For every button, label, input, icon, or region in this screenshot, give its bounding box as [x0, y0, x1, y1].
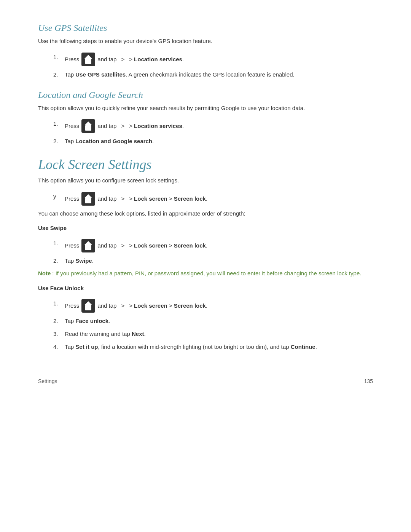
- use-gps-step-2: 2. Tap Use GPS satellites. A green check…: [53, 70, 373, 79]
- step-number: 2.: [53, 137, 65, 146]
- and-tap-label: and tap: [97, 241, 116, 250]
- step-content: Tap Face unlock.: [65, 316, 110, 326]
- face-unlock-step-1: 1. Press and tap > > Lock screen > Scree…: [53, 299, 373, 313]
- page-footer: Settings 135: [38, 374, 373, 384]
- press-label: Press: [65, 194, 79, 203]
- step-content: Tap Location and Google search.: [65, 137, 154, 146]
- face-unlock-step-3: 3. Read the warning and tap Next.: [53, 329, 373, 339]
- and-tap-label: and tap: [97, 55, 116, 64]
- home-icon: [81, 239, 95, 252]
- arrow2-icon: >: [129, 55, 132, 64]
- use-face-unlock-title: Use Face Unlock: [38, 285, 373, 291]
- location-services-label: Location services: [134, 123, 182, 129]
- home-icon: [81, 53, 95, 66]
- arrow-icon: >: [121, 194, 124, 203]
- step-number: 2.: [53, 70, 65, 79]
- use-swipe-steps: 1. Press and tap > > Lock screen > Scree…: [53, 239, 373, 265]
- step-content: Read the warning and tap Next.: [65, 329, 146, 339]
- arrow-icon: >: [121, 55, 124, 64]
- lock-screen-label: Lock screen: [134, 302, 167, 309]
- face-unlock-step-2: 2. Tap Face unlock.: [53, 316, 373, 326]
- step-content: Press and tap > > Lock screen > Screen l…: [65, 299, 207, 313]
- lock-screen-steps: y Press and tap > > Lock screen > Screen…: [53, 192, 373, 206]
- arrow2-icon: >: [129, 301, 132, 310]
- lock-screen-section: Lock Screen Settings This option allows …: [38, 157, 373, 351]
- step-content: Tap Swipe.: [65, 256, 94, 265]
- location-google-search-label: Location and Google search: [75, 138, 152, 144]
- arrow2-icon: >: [129, 194, 132, 203]
- step-content: Tap Use GPS satellites. A green checkmar…: [65, 70, 295, 79]
- home-icon: [81, 192, 95, 206]
- and-tap-label: and tap: [97, 121, 116, 131]
- location-google-title: Location and Google Search: [38, 90, 373, 100]
- lock-screen-step-y: y Press and tap > > Lock screen > Screen…: [53, 192, 373, 206]
- use-swipe-step-2: 2. Tap Swipe.: [53, 256, 373, 265]
- use-face-unlock-subsection: Use Face Unlock 1. Press and tap > > Loc…: [38, 285, 373, 351]
- screen-lock-label: Screen lock: [174, 242, 206, 249]
- step-number: 3.: [53, 329, 65, 339]
- step-content: Tap Set it up, find a location with mid-…: [65, 342, 317, 351]
- arrow-icon: >: [121, 241, 124, 250]
- location-google-step-1: 1. Press and tap > > Location services.: [53, 119, 373, 133]
- home-icon: [81, 119, 95, 133]
- use-gps-section: Use GPS Satellites Use the following ste…: [38, 23, 373, 79]
- step-content: Press and tap > > Location services.: [65, 119, 184, 133]
- location-google-step-2: 2. Tap Location and Google search.: [53, 137, 373, 146]
- step-content: Press and tap > > Lock screen > Screen l…: [65, 239, 207, 252]
- location-google-section: Location and Google Search This option a…: [38, 90, 373, 146]
- step-number: 1.: [53, 53, 65, 62]
- and-tap-label: and tap: [97, 194, 116, 203]
- press-label: Press: [65, 55, 79, 64]
- use-face-unlock-steps: 1. Press and tap > > Lock screen > Scree…: [53, 299, 373, 351]
- swipe-label: Swipe: [75, 257, 92, 264]
- use-gps-desc: Use the following steps to enable your d…: [38, 37, 373, 46]
- use-swipe-title: Use Swipe: [38, 225, 373, 231]
- face-unlock-label: Face unlock: [75, 318, 108, 324]
- screen-lock-label: Screen lock: [174, 195, 206, 202]
- press-label: Press: [65, 301, 79, 310]
- press-label: Press: [65, 121, 79, 131]
- location-services-label: Location services: [134, 56, 182, 62]
- arrow2-icon: >: [129, 241, 132, 250]
- lock-screen-label: Lock screen: [134, 242, 167, 249]
- step-number: 2.: [53, 256, 65, 265]
- footer-right: 135: [364, 378, 373, 384]
- use-gps-title: Use GPS Satellites: [38, 23, 373, 33]
- note-content: : If you previously had a pattern, PIN, …: [52, 269, 361, 278]
- lock-screen-label: Lock screen: [134, 195, 167, 202]
- use-swipe-step-1: 1. Press and tap > > Lock screen > Scree…: [53, 239, 373, 252]
- step-number: 1.: [53, 299, 65, 308]
- arrow-icon: >: [121, 301, 124, 310]
- step-number: 2.: [53, 316, 65, 326]
- use-gps-satellites-label: Use GPS satellites: [75, 71, 126, 78]
- step-content: Press and tap > > Location services.: [65, 53, 184, 66]
- note-label: Note: [38, 269, 51, 278]
- press-label: Press: [65, 241, 79, 250]
- continue-label: Continue: [291, 343, 315, 350]
- lock-screen-title: Lock Screen Settings: [38, 157, 373, 173]
- next-label: Next: [132, 331, 144, 337]
- lock-screen-desc: This option allows you to configure scre…: [38, 176, 373, 185]
- screen-lock-label: Screen lock: [174, 302, 206, 309]
- step-number: y: [53, 192, 65, 201]
- use-swipe-subsection: Use Swipe 1. Press and tap > > Lock scre…: [38, 225, 373, 278]
- note-text: Note : If you previously had a pattern, …: [38, 269, 373, 278]
- use-gps-steps: 1. Press and tap > > Location services. …: [53, 53, 373, 79]
- and-tap-label: and tap: [97, 301, 116, 310]
- step-number: 4.: [53, 342, 65, 351]
- lock-screen-after-text: You can choose among these lock options,…: [38, 209, 373, 218]
- footer-left: Settings: [38, 378, 57, 384]
- step-number: 1.: [53, 239, 65, 248]
- use-gps-step-1: 1. Press and tap > > Location services.: [53, 53, 373, 66]
- set-it-up-label: Set it up: [75, 343, 98, 350]
- location-google-desc: This option allows you to quickly refine…: [38, 104, 373, 113]
- face-unlock-step-4: 4. Tap Set it up, find a location with m…: [53, 342, 373, 351]
- arrow2-icon: >: [129, 121, 132, 131]
- step-content: Press and tap > > Lock screen > Screen l…: [65, 192, 207, 206]
- location-google-steps: 1. Press and tap > > Location services. …: [53, 119, 373, 146]
- arrow-icon: >: [121, 121, 124, 131]
- step-number: 1.: [53, 119, 65, 128]
- home-icon: [81, 299, 95, 313]
